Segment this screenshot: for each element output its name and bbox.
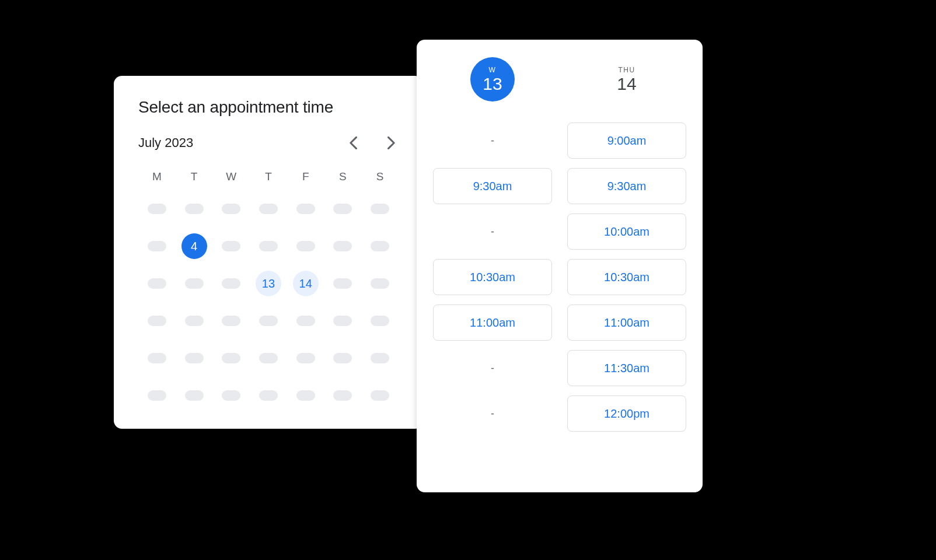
day-cell	[176, 383, 213, 408]
day-placeholder	[259, 353, 278, 363]
day-header-abbr: W	[489, 66, 497, 74]
timeslot-button[interactable]: 9:30am	[567, 168, 686, 204]
day-cell	[176, 345, 213, 371]
timeslot-button[interactable]: 9:30am	[433, 168, 552, 204]
weekday-label: S	[361, 170, 399, 183]
weekday-label: S	[324, 170, 362, 183]
timeslot-button[interactable]: 11:00am	[567, 304, 686, 341]
prev-month-button[interactable]	[346, 136, 360, 150]
day-placeholder	[296, 241, 315, 251]
day-cell[interactable]: 14	[287, 271, 324, 296]
day-header-selected[interactable]: W13	[470, 57, 515, 102]
timeslot-unavailable: -	[433, 350, 552, 386]
day-placeholder	[259, 241, 278, 251]
timeslot-unavailable: -	[433, 214, 552, 250]
day-placeholder	[148, 241, 166, 251]
day-placeholder	[222, 316, 240, 326]
day-cell	[212, 308, 250, 334]
day-placeholder	[296, 353, 315, 363]
month-navigation-row: July 2023	[138, 135, 399, 150]
day-cell	[361, 196, 399, 222]
timeslot-day-header[interactable]: W13	[433, 57, 552, 102]
day-cell	[287, 308, 324, 334]
timeslots-grid: -9:00am9:30am9:30am-10:00am10:30am10:30a…	[433, 123, 686, 432]
day-cell	[324, 233, 362, 259]
day-cell	[250, 196, 287, 222]
day-placeholder	[185, 204, 204, 214]
day-cell	[176, 196, 213, 222]
timeslots-card: W13THU14 -9:00am9:30am9:30am-10:00am10:3…	[417, 40, 703, 492]
day-placeholder	[148, 353, 166, 363]
timeslot-button[interactable]: 12:00pm	[567, 396, 686, 432]
day-placeholder	[222, 241, 240, 251]
day-placeholder	[222, 204, 240, 214]
day-placeholder	[371, 278, 389, 289]
day-placeholder	[333, 316, 352, 326]
timeslot-button[interactable]: 11:30am	[567, 350, 686, 386]
day-cell	[250, 345, 287, 371]
day-cell	[250, 383, 287, 408]
day-placeholder	[296, 204, 315, 214]
day-cell	[361, 271, 399, 296]
day-cell	[287, 383, 324, 408]
weekday-label: M	[138, 170, 176, 183]
day-cell	[138, 196, 176, 222]
day-placeholder	[148, 316, 166, 326]
day-placeholder	[371, 241, 389, 251]
day-cell	[324, 383, 362, 408]
day-cell	[324, 196, 362, 222]
day-cell	[212, 233, 250, 259]
day-placeholder	[259, 390, 278, 401]
day-cell	[324, 271, 362, 296]
day-placeholder	[148, 390, 166, 401]
weekday-label: F	[287, 170, 324, 183]
timeslot-button[interactable]: 9:00am	[567, 123, 686, 159]
day-cell	[287, 345, 324, 371]
next-month-button[interactable]	[385, 136, 399, 150]
day-placeholder	[333, 278, 352, 289]
weekday-label: T	[250, 170, 287, 183]
chevron-left-icon	[349, 136, 357, 149]
canvas: Select an appointment time July 2023 MTW…	[0, 0, 936, 560]
day-placeholder	[185, 353, 204, 363]
timeslot-button[interactable]: 11:00am	[433, 304, 552, 341]
weekday-label: T	[176, 170, 213, 183]
day-placeholder	[296, 390, 315, 401]
day-cell	[324, 308, 362, 334]
day-highlighted[interactable]: 14	[293, 271, 319, 296]
weekday-label: W	[212, 170, 250, 183]
day-cell	[138, 345, 176, 371]
day-cell	[250, 308, 287, 334]
day-cell[interactable]: 4	[176, 233, 213, 259]
day-placeholder	[148, 278, 166, 289]
day-placeholder	[259, 204, 278, 214]
day-cell	[212, 345, 250, 371]
day-placeholder	[148, 204, 166, 214]
day-cell	[138, 383, 176, 408]
timeslot-button[interactable]: 10:30am	[433, 259, 552, 295]
day-selected[interactable]: 4	[181, 233, 207, 259]
day-cell	[361, 308, 399, 334]
calendar-title: Select an appointment time	[138, 98, 399, 117]
timeslot-button[interactable]: 10:00am	[567, 214, 686, 250]
day-placeholder	[222, 390, 240, 401]
day-header-unselected[interactable]: THU14	[605, 57, 649, 102]
day-header-abbr: THU	[618, 66, 635, 74]
month-label: July 2023	[138, 135, 193, 150]
day-placeholder	[333, 390, 352, 401]
day-highlighted[interactable]: 13	[256, 271, 281, 296]
day-cell[interactable]: 13	[250, 271, 287, 296]
day-cell	[176, 271, 213, 296]
day-placeholder	[222, 278, 240, 289]
day-placeholder	[371, 390, 389, 401]
day-cell	[212, 196, 250, 222]
timeslot-day-header[interactable]: THU14	[567, 57, 686, 102]
day-cell	[212, 383, 250, 408]
calendar-days-grid: 41314	[138, 196, 399, 408]
day-placeholder	[222, 353, 240, 363]
day-placeholder	[333, 241, 352, 251]
day-placeholder	[296, 316, 315, 326]
calendar-card: Select an appointment time July 2023 MTW…	[114, 76, 423, 429]
timeslot-button[interactable]: 10:30am	[567, 259, 686, 295]
day-placeholder	[333, 353, 352, 363]
